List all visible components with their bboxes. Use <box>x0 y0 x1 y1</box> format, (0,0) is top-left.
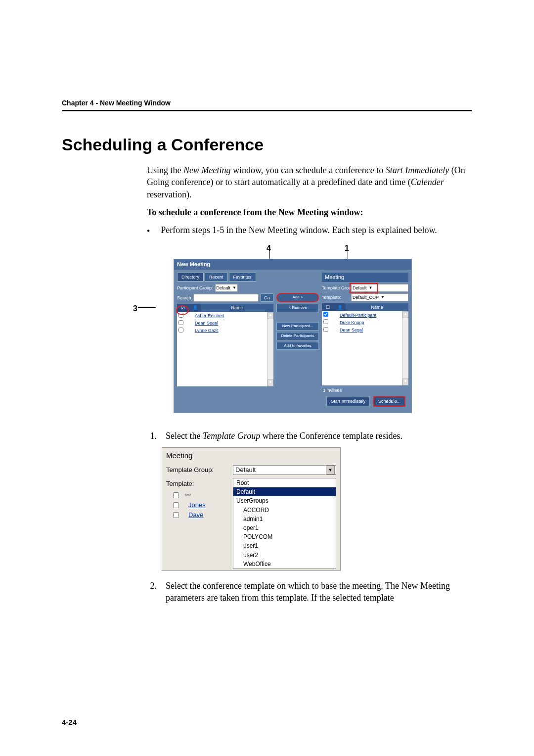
list-header-row: 👓 <box>166 490 233 500</box>
list-item[interactable]: Asher Reichert <box>177 312 273 320</box>
row-name[interactable]: Dean Segal <box>193 320 218 326</box>
row-checkbox[interactable] <box>323 319 328 324</box>
template-label: Template: <box>166 478 233 490</box>
col-check-icon[interactable]: ☑ <box>177 304 189 312</box>
step-text: Select the Template Group where the Conf… <box>166 430 402 442</box>
directory-list: Asher Reichert Dean Segal Lynne Gazit <box>177 312 273 386</box>
chevron-down-icon[interactable]: ▼ <box>326 466 335 474</box>
col-name-header: Name <box>201 304 273 312</box>
row-name[interactable]: Duke Knopp <box>338 320 364 326</box>
chevron-down-icon: ▼ <box>369 285 373 291</box>
template-group-label: Template Group: <box>322 285 349 291</box>
page-title: Scheduling a Conference <box>62 135 472 154</box>
tab-recent[interactable]: Recent <box>205 273 228 282</box>
row-checkbox[interactable] <box>178 320 183 325</box>
participant-group-select[interactable]: Default ▼ <box>215 284 238 292</box>
dropdown-option[interactable]: UserGroups <box>233 496 336 505</box>
procedure-subhead: To schedule a conference from the New Me… <box>147 206 472 218</box>
template-select[interactable]: Default_COP▼ <box>351 293 408 301</box>
row-checkbox[interactable] <box>323 312 328 317</box>
step-2: 2. Select the conference template on whi… <box>147 580 472 604</box>
template-group-select[interactable]: Default▼ <box>351 284 408 292</box>
list-item[interactable]: Duke Knopp <box>322 319 408 326</box>
dropdown-option[interactable]: Root <box>233 478 336 487</box>
remove-button[interactable]: < Remove <box>276 304 319 312</box>
list-item[interactable]: Lynne Gazit <box>177 327 273 334</box>
col-participant-icon: 👤 <box>334 303 346 311</box>
delete-participants-button[interactable]: Delete Participants <box>276 332 319 340</box>
list-item[interactable]: Dean Segal <box>322 327 408 334</box>
callout-1: 1 <box>345 243 349 254</box>
participant-icon: 👓 <box>184 491 191 499</box>
dropdown-option[interactable]: POLYCOM <box>233 532 336 541</box>
add-button[interactable]: Add > <box>276 293 319 302</box>
row-checkbox[interactable] <box>178 328 183 332</box>
dropdown-value: Default <box>235 466 256 474</box>
invitee-count: 3 invitees <box>322 385 408 394</box>
row-name[interactable]: Dave <box>188 511 203 520</box>
scroll-up-icon[interactable]: ▲ <box>267 312 273 319</box>
col-name-header: Name <box>346 303 408 311</box>
row-name[interactable]: Asher Reichert <box>193 313 224 319</box>
scrollbar[interactable]: ▲ ▼ <box>267 312 273 386</box>
scrollbar[interactable]: ▲ ▼ <box>402 311 408 385</box>
meeting-panel-title: Meeting <box>162 448 340 464</box>
col-check-icon[interactable]: ☐ <box>322 303 334 311</box>
row-checkbox[interactable] <box>178 313 183 318</box>
chevron-down-icon: ▼ <box>232 285 236 291</box>
schedule-button[interactable]: Schedule... <box>373 396 405 406</box>
list-item[interactable]: Dave <box>166 510 233 520</box>
callout-4: 4 <box>267 243 271 254</box>
search-input[interactable] <box>193 294 259 302</box>
row-checkbox[interactable] <box>323 327 328 332</box>
chevron-down-icon: ▼ <box>381 295 385 300</box>
dropdown-option[interactable]: user1 <box>233 541 336 550</box>
dropdown-option-selected[interactable]: Default <box>233 487 336 496</box>
start-immediately-button[interactable]: Start Immediately <box>326 397 370 406</box>
meeting-head: Meeting <box>322 273 408 282</box>
row-name[interactable]: Default-Participant <box>338 312 376 318</box>
col-participant-icon: 👤 <box>189 304 201 312</box>
bullet-icon: • <box>147 224 150 237</box>
row-checkbox[interactable] <box>173 512 179 518</box>
go-button[interactable]: Go <box>261 293 273 302</box>
dropdown-option[interactable]: oper1 <box>233 523 336 532</box>
dropdown-option[interactable]: ACCORD <box>233 506 336 515</box>
tab-directory[interactable]: Directory <box>177 273 204 282</box>
callout-3: 3 <box>133 303 137 314</box>
step-number: 2. <box>147 580 157 604</box>
row-name[interactable]: Dean Segal <box>338 327 363 333</box>
template-label: Template: <box>322 294 349 300</box>
add-to-favorites-button[interactable]: Add to favorites <box>276 342 319 350</box>
dropdown-option[interactable]: WebOffice <box>233 560 336 568</box>
step-text: Select the conference template on which … <box>166 580 472 604</box>
bullet-step-intro: • Perform steps 1-5 in the New Meeting w… <box>147 224 472 237</box>
row-checkbox[interactable] <box>173 502 179 508</box>
scroll-down-icon[interactable]: ▼ <box>267 379 273 386</box>
tab-favorites[interactable]: Favorites <box>229 273 256 282</box>
fig1-titlebar: New Meeting <box>174 259 411 270</box>
step-number: 1. <box>147 430 157 442</box>
row-name[interactable]: Jones <box>188 501 206 510</box>
new-participant-button[interactable]: New Participant... <box>276 322 319 331</box>
list-item[interactable]: Default-Participant <box>322 311 408 319</box>
dropdown-option[interactable]: admin1 <box>233 515 336 523</box>
template-group-label: Template Group: <box>166 466 233 474</box>
step-1: 1. Select the Template Group where the C… <box>147 430 472 442</box>
scroll-down-icon[interactable]: ▼ <box>402 378 408 385</box>
scroll-up-icon[interactable]: ▲ <box>402 311 408 318</box>
row-name[interactable]: Lynne Gazit <box>193 328 219 333</box>
bullet-text: Perform steps 1-5 in the New Meeting win… <box>161 224 437 237</box>
template-group-dropdown[interactable]: Default ▼ <box>233 465 336 475</box>
page-number: 4-24 <box>62 718 77 726</box>
dropdown-option[interactable]: user2 <box>233 551 336 560</box>
list-item[interactable]: Dean Segal <box>177 320 273 327</box>
search-label: Search <box>177 295 191 301</box>
chapter-header: Chapter 4 - New Meeting Window <box>62 99 472 111</box>
figure-new-meeting: 4 1 2 3 5 New Meeting Directory Recent <box>132 243 472 421</box>
meeting-list: Default-Participant Duke Knopp Dean Sega <box>322 311 408 385</box>
list-item[interactable]: Jones <box>166 500 233 510</box>
figure-template-group-dropdown: Meeting Template Group: Default ▼ Templa… <box>162 447 341 571</box>
template-group-options[interactable]: Root Default UserGroups ACCORD admin1 op… <box>233 478 336 569</box>
row-checkbox[interactable] <box>173 492 179 498</box>
